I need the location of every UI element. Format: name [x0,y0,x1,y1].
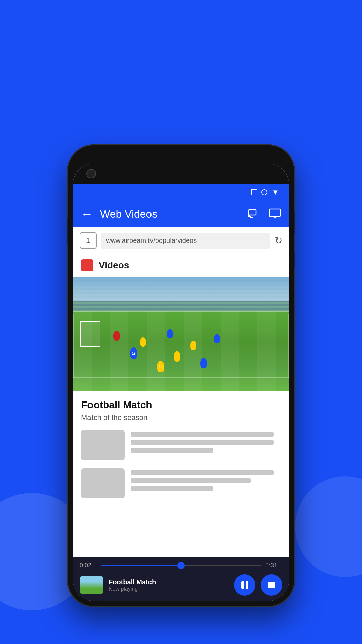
list-item[interactable] [81,430,281,460]
text-line [131,486,213,491]
now-playing-thumbnail [80,576,103,594]
field-line-right [288,314,289,378]
list-text-2 [131,468,281,494]
player-6 [174,351,180,362]
tab-number[interactable]: 1 [80,232,97,249]
video-subtitle: Match of the season [81,413,281,422]
text-line [131,448,213,453]
player-track-subtitle: Now playing [109,586,229,592]
field-line-2 [73,377,289,378]
player-2 [140,337,146,347]
volume-button [294,211,295,235]
thumb-inner [80,576,103,594]
back-button[interactable]: ← [81,207,93,221]
list-item[interactable] [81,468,281,498]
power-button [294,252,295,268]
media-player: 0:02 5:31 Football Match [73,557,289,601]
svg-rect-2 [269,209,280,216]
phone-screen: ▼ ← Web Videos [73,164,289,601]
player-19: 19 [130,347,137,359]
pause-bar-right [246,581,248,589]
time-end: 5:31 [265,562,282,569]
screen-mirror-icon[interactable] [269,207,281,221]
player-1 [113,331,120,341]
text-line [131,440,274,445]
reload-button[interactable]: ↻ [275,235,282,246]
player-3 [167,329,173,338]
phone-mockup: ▼ ← Web Videos [67,144,295,607]
progress-fill [101,565,181,566]
progress-bar-section: 0:02 5:31 [73,557,289,572]
player-4 [190,341,196,350]
sky [73,277,289,301]
stop-icon [268,582,275,588]
player-5 [214,334,220,343]
app-bar: ← Web Videos [73,201,289,227]
cast-icon[interactable] [247,207,259,221]
player-info: Football Match Now playing [109,578,229,592]
videos-icon [81,259,93,271]
player-14: 14 [157,361,164,372]
url-bar: 1 ↻ [73,227,289,254]
list-text-1 [131,430,281,456]
url-input[interactable] [101,233,270,249]
status-icon-square [251,189,257,195]
player-bottom: Football Match Now playing [73,572,289,601]
progress-track[interactable] [101,565,261,566]
text-line [131,478,251,483]
player-7 [200,358,207,368]
camera [86,169,96,178]
phone-frame: ▼ ← Web Videos [67,144,295,607]
field-stripes [73,311,289,391]
app-bar-title: Web Videos [100,208,241,220]
list-thumb-1 [81,430,125,460]
status-bar: ▼ [73,184,289,201]
time-start: 0:02 [80,562,97,569]
section-title: Videos [99,260,129,271]
list-thumb-2 [81,468,125,498]
text-line [131,432,274,437]
player-track-title: Football Match [109,578,229,586]
stop-button[interactable] [261,574,282,596]
field-line-left [73,314,74,378]
video-thumbnail[interactable]: 14 19 [73,277,289,391]
content-area: Football Match Match of the season [73,391,289,515]
goal-post [80,321,100,347]
progress-thumb[interactable] [177,562,185,569]
text-line [131,470,274,475]
pause-bar-left [241,581,244,589]
field: 14 19 [73,311,289,391]
field-line [73,311,289,312]
phone-notch [73,164,289,184]
status-icon-circle [261,189,267,195]
section-header: Videos [73,254,289,277]
pause-icon [241,581,248,589]
svg-point-1 [248,216,249,217]
pause-button[interactable] [234,574,255,596]
player-controls [234,574,282,596]
svg-rect-0 [249,210,256,215]
left-button [67,218,68,245]
wifi-icon: ▼ [272,188,279,197]
video-title: Football Match [81,399,281,411]
